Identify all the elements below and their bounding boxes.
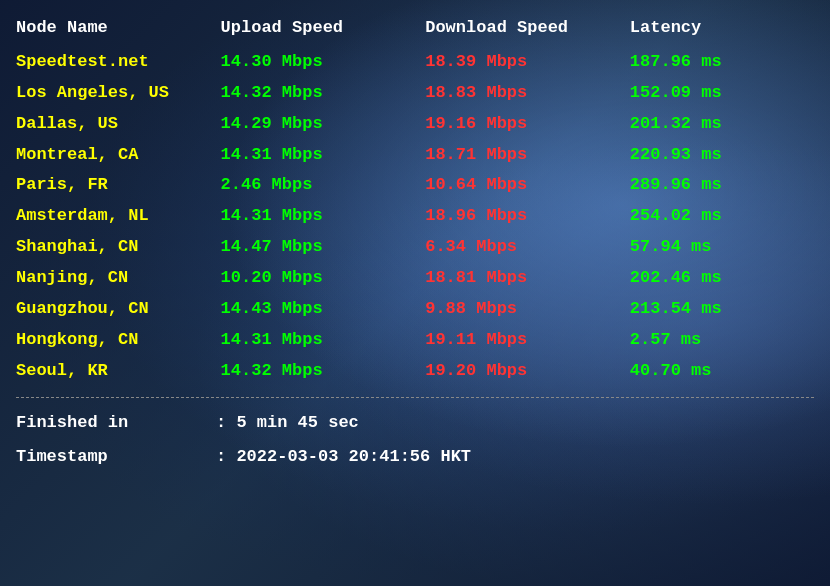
cell-download: 19.16 Mbps: [425, 109, 630, 140]
table-row: Los Angeles, US14.32 Mbps18.83 Mbps152.0…: [16, 78, 814, 109]
cell-download: 18.39 Mbps: [425, 47, 630, 78]
table-row: Amsterdam, NL14.31 Mbps18.96 Mbps254.02 …: [16, 201, 814, 232]
cell-upload: 14.31 Mbps: [221, 325, 426, 356]
cell-upload: 14.31 Mbps: [221, 140, 426, 171]
cell-node: Shanghai, CN: [16, 232, 221, 263]
header-latency: Latency: [630, 12, 814, 47]
cell-latency: 289.96 ms: [630, 170, 814, 201]
cell-upload: 2.46 Mbps: [221, 170, 426, 201]
cell-node: Dallas, US: [16, 109, 221, 140]
cell-upload: 14.47 Mbps: [221, 232, 426, 263]
table-row: Seoul, KR14.32 Mbps19.20 Mbps40.70 ms: [16, 356, 814, 387]
cell-latency: 40.70 ms: [630, 356, 814, 387]
cell-download: 9.88 Mbps: [425, 294, 630, 325]
cell-latency: 2.57 ms: [630, 325, 814, 356]
table-row: Guangzhou, CN14.43 Mbps9.88 Mbps213.54 m…: [16, 294, 814, 325]
cell-download: 19.11 Mbps: [425, 325, 630, 356]
footer-finished-row: Finished in : 5 min 45 sec: [16, 406, 814, 440]
cell-download: 6.34 Mbps: [425, 232, 630, 263]
timestamp-value: : 2022-03-03 20:41:56 HKT: [216, 440, 471, 474]
cell-latency: 220.93 ms: [630, 140, 814, 171]
finished-value: : 5 min 45 sec: [216, 406, 359, 440]
cell-download: 10.64 Mbps: [425, 170, 630, 201]
finished-label: Finished in: [16, 406, 216, 440]
cell-download: 18.96 Mbps: [425, 201, 630, 232]
cell-node: Hongkong, CN: [16, 325, 221, 356]
cell-node: Seoul, KR: [16, 356, 221, 387]
timestamp-label: Timestamp: [16, 440, 216, 474]
table-row: Montreal, CA14.31 Mbps18.71 Mbps220.93 m…: [16, 140, 814, 171]
cell-node: Speedtest.net: [16, 47, 221, 78]
table-row: Dallas, US14.29 Mbps19.16 Mbps201.32 ms: [16, 109, 814, 140]
cell-download: 18.81 Mbps: [425, 263, 630, 294]
cell-latency: 201.32 ms: [630, 109, 814, 140]
cell-node: Nanjing, CN: [16, 263, 221, 294]
table-row: Paris, FR2.46 Mbps10.64 Mbps289.96 ms: [16, 170, 814, 201]
table-row: Shanghai, CN14.47 Mbps6.34 Mbps57.94 ms: [16, 232, 814, 263]
footer: Finished in : 5 min 45 sec Timestamp : 2…: [16, 406, 814, 474]
cell-upload: 10.20 Mbps: [221, 263, 426, 294]
cell-latency: 213.54 ms: [630, 294, 814, 325]
cell-node: Los Angeles, US: [16, 78, 221, 109]
cell-node: Montreal, CA: [16, 140, 221, 171]
cell-upload: 14.43 Mbps: [221, 294, 426, 325]
cell-node: Paris, FR: [16, 170, 221, 201]
header-node: Node Name: [16, 12, 221, 47]
cell-latency: 202.46 ms: [630, 263, 814, 294]
table-row: Nanjing, CN10.20 Mbps18.81 Mbps202.46 ms: [16, 263, 814, 294]
divider: [16, 397, 814, 398]
cell-download: 19.20 Mbps: [425, 356, 630, 387]
cell-upload: 14.32 Mbps: [221, 356, 426, 387]
cell-upload: 14.32 Mbps: [221, 78, 426, 109]
footer-timestamp-row: Timestamp : 2022-03-03 20:41:56 HKT: [16, 440, 814, 474]
cell-upload: 14.31 Mbps: [221, 201, 426, 232]
cell-node: Guangzhou, CN: [16, 294, 221, 325]
cell-latency: 187.96 ms: [630, 47, 814, 78]
header-download: Download Speed: [425, 12, 630, 47]
cell-node: Amsterdam, NL: [16, 201, 221, 232]
table-row: Hongkong, CN14.31 Mbps19.11 Mbps2.57 ms: [16, 325, 814, 356]
header-upload: Upload Speed: [221, 12, 426, 47]
cell-latency: 152.09 ms: [630, 78, 814, 109]
cell-upload: 14.29 Mbps: [221, 109, 426, 140]
table-row: Speedtest.net14.30 Mbps18.39 Mbps187.96 …: [16, 47, 814, 78]
cell-latency: 254.02 ms: [630, 201, 814, 232]
cell-latency: 57.94 ms: [630, 232, 814, 263]
cell-download: 18.83 Mbps: [425, 78, 630, 109]
cell-download: 18.71 Mbps: [425, 140, 630, 171]
cell-upload: 14.30 Mbps: [221, 47, 426, 78]
